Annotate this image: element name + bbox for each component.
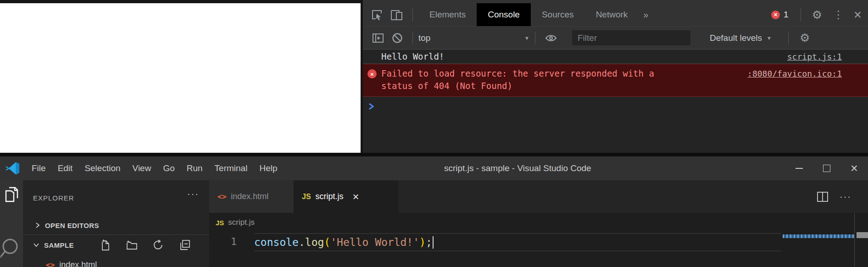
console-log-row: Hello World! script.js:1 (363, 50, 868, 64)
file-item-label: index.html (59, 260, 97, 267)
refresh-icon[interactable] (152, 239, 164, 251)
minimize-icon[interactable] (785, 156, 813, 180)
toolbar-divider (412, 32, 413, 44)
vscode-titlebar: File Edit Selection View Go Run Terminal… (0, 156, 868, 180)
live-expression-eye-icon[interactable] (545, 33, 557, 44)
clear-console-icon[interactable] (391, 32, 403, 44)
sidebar-title: EXPLORER (33, 194, 74, 202)
new-file-icon[interactable] (100, 239, 111, 251)
devtools-tabbar: Elements Console Sources Network » × 1 ⚙… (363, 3, 868, 26)
code-token: ( (324, 236, 330, 248)
toolbar-divider (788, 32, 789, 44)
code-token: 'Hello World!' (330, 236, 419, 248)
device-toolbar-icon[interactable] (390, 9, 403, 21)
code-line-1[interactable]: console.log('Hello World!'); (254, 233, 781, 251)
explorer-sidebar: EXPLORER ··· OPEN EDITORS SAMPLE (23, 180, 209, 267)
log-levels-value: Default levels (710, 33, 762, 43)
collapse-all-icon[interactable] (179, 239, 191, 251)
console-error-text: Failed to load resource: the server resp… (381, 67, 665, 92)
tab-index-html[interactable]: <> index.html (209, 180, 294, 213)
toolbar-divider (412, 8, 413, 21)
console-error-source-link[interactable]: :8080/favicon.ico:1 (747, 67, 842, 80)
error-icon: × (367, 69, 377, 78)
code-token: console (254, 236, 299, 248)
error-count-badge[interactable]: × 1 (771, 10, 789, 20)
menu-edit[interactable]: Edit (52, 156, 79, 180)
screenshot-root: Elements Console Sources Network » × 1 ⚙… (0, 0, 868, 267)
new-folder-icon[interactable] (126, 239, 138, 251)
code-token: . (299, 236, 305, 248)
console-log-text: Hello World! (381, 51, 444, 61)
breadcrumb[interactable]: JS script.js (209, 216, 255, 229)
section-sample-folder[interactable]: SAMPLE (23, 235, 209, 255)
section-open-editors[interactable]: OPEN EDITORS (23, 216, 209, 235)
minimap[interactable] (783, 234, 854, 238)
file-item-index-html[interactable]: <> index.html (23, 256, 209, 267)
inspect-element-icon[interactable] (371, 9, 383, 21)
console-messages-area: Hello World! script.js:1 × Failed to loa… (363, 50, 868, 153)
console-toolbar: top ▼ Default levels ▼ ⚙ (363, 26, 868, 50)
menu-terminal[interactable]: Terminal (209, 156, 254, 180)
error-badge-count: 1 (784, 10, 789, 20)
devtools-settings-gear-icon[interactable]: ⚙ (812, 8, 822, 22)
console-prompt[interactable] (363, 97, 868, 111)
menu-go[interactable]: Go (157, 156, 180, 180)
tab-close-icon[interactable]: × (353, 191, 359, 202)
chevron-down-icon: ▼ (524, 35, 529, 41)
html-file-icon: <> (46, 261, 55, 267)
search-icon[interactable] (0, 237, 21, 267)
devtools-kebab-menu-icon[interactable]: ⋮ (833, 9, 844, 21)
toolbar-divider (535, 32, 535, 44)
chevron-down-icon (33, 242, 39, 248)
code-token: log (305, 236, 324, 248)
devtools-tab-console[interactable]: Console (477, 3, 531, 26)
section-label: SAMPLE (44, 241, 74, 249)
section-label: OPEN EDITORS (45, 222, 99, 229)
console-filter-input[interactable] (572, 30, 690, 45)
tab-script-js[interactable]: JS script.js × (294, 180, 398, 213)
devtools-tab-sources[interactable]: Sources (531, 3, 585, 26)
log-levels-selector[interactable]: Default levels ▼ (710, 33, 772, 43)
minimap-border (854, 213, 855, 267)
more-tabs-icon[interactable]: » (643, 10, 648, 20)
code-token: ) (419, 236, 426, 248)
javascript-context-selector[interactable]: top ▼ (418, 33, 529, 43)
text-cursor (433, 236, 434, 249)
editor-actions: ··· (817, 180, 868, 213)
devtools-tab-network[interactable]: Network (585, 3, 639, 26)
editor-scrollbar[interactable] (857, 232, 868, 238)
js-file-icon: JS (302, 193, 311, 201)
editor-more-actions-icon[interactable]: ··· (840, 191, 851, 202)
tab-label: index.html (231, 192, 268, 201)
console-source-link[interactable]: script.js:1 (787, 52, 842, 61)
tab-label: script.js (316, 192, 344, 201)
devtools-close-icon[interactable]: × (854, 8, 862, 22)
chevron-down-icon: ▼ (767, 35, 772, 41)
vscode-logo-icon (6, 161, 19, 176)
menu-view[interactable]: View (127, 156, 157, 180)
explorer-actions (100, 239, 209, 251)
console-settings-gear-icon[interactable]: ⚙ (800, 31, 810, 44)
window-close-icon[interactable]: × (840, 156, 868, 180)
prompt-chevron-icon (367, 102, 375, 111)
activity-bar (0, 180, 23, 267)
toolbar-divider (801, 8, 801, 21)
code-editor: JS script.js 1 console.log('Hello World!… (209, 213, 868, 267)
menu-file[interactable]: File (26, 156, 52, 180)
menu-bar: File Edit Selection View Go Run Terminal… (26, 156, 284, 180)
console-sidebar-icon[interactable] (372, 33, 384, 44)
sidebar-more-actions-icon[interactable]: ··· (187, 189, 199, 199)
js-file-icon: JS (216, 219, 224, 227)
browser-viewport-blank-page (0, 3, 361, 153)
menu-run[interactable]: Run (181, 156, 209, 180)
vscode-body: EXPLORER ··· OPEN EDITORS SAMPLE (0, 180, 868, 267)
split-editor-icon[interactable] (817, 191, 829, 202)
window-controls: × (785, 156, 868, 180)
menu-help[interactable]: Help (253, 156, 283, 180)
window-gap (0, 153, 868, 156)
explorer-files-icon[interactable] (5, 186, 19, 203)
maximize-icon[interactable] (813, 156, 840, 180)
console-error-row: × Failed to load resource: the server re… (363, 64, 868, 97)
devtools-tab-elements[interactable]: Elements (418, 3, 477, 26)
menu-selection[interactable]: Selection (78, 156, 126, 180)
